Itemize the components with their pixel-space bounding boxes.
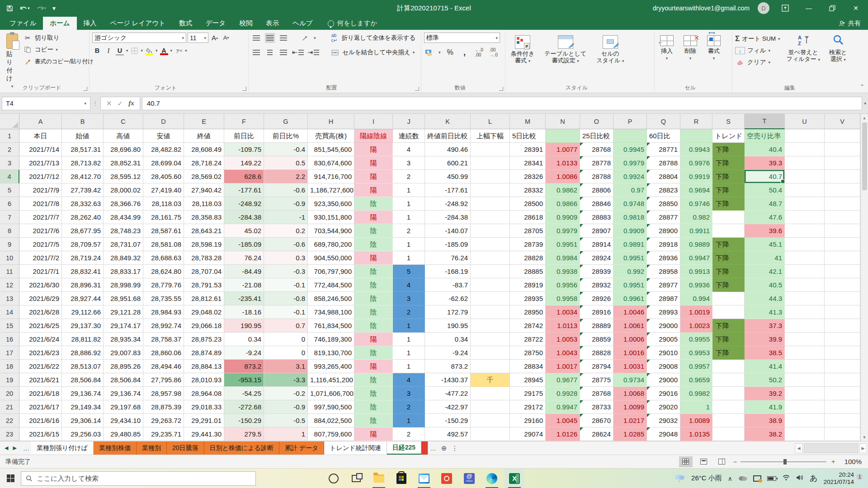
close-button[interactable]: ✕ <box>848 1 863 15</box>
align-center-icon[interactable] <box>265 47 275 57</box>
cell-S11[interactable]: 下降 <box>712 265 745 278</box>
cell-D23[interactable]: 29,235.71 <box>143 427 184 441</box>
cell-H23[interactable]: 807,759,600 <box>308 427 354 441</box>
cell-K12[interactable]: -83.7 <box>425 278 471 292</box>
cell-V10[interactable] <box>825 251 860 265</box>
cell-F2[interactable]: -109.75 <box>224 143 264 156</box>
cell-V21[interactable] <box>825 400 860 414</box>
sheet-tab-overflow-left[interactable]: … <box>21 445 31 452</box>
battery-icon[interactable] <box>767 476 776 481</box>
column-header-O[interactable]: O <box>580 114 613 129</box>
cell-D3[interactable]: 28,699.04 <box>143 156 184 170</box>
cell-V1[interactable] <box>825 129 860 143</box>
cell-R15[interactable]: 1.0023 <box>680 319 712 333</box>
cell-F20[interactable]: -54.25 <box>224 387 264 400</box>
cell-P20[interactable]: 1.0068 <box>613 387 647 400</box>
cell-L19[interactable]: 千 <box>471 373 510 387</box>
font-name-select[interactable]: 游ゴシック▾ <box>92 33 186 43</box>
cell-T14[interactable]: 41.3 <box>745 305 785 319</box>
cell-O22[interactable]: 28670 <box>580 414 613 427</box>
scroll-right-icon[interactable]: ▶ <box>859 443 867 453</box>
cell-L7[interactable] <box>471 211 510 224</box>
cell-P14[interactable]: 1.0046 <box>613 305 647 319</box>
cell-D12[interactable]: 28,779.76 <box>143 278 184 292</box>
cell-S12[interactable]: 下降 <box>712 278 745 292</box>
cell-P7[interactable]: 0.9818 <box>613 211 647 224</box>
cell-S9[interactable]: 下降 <box>712 238 745 251</box>
row-header-1[interactable]: 1 <box>0 129 19 143</box>
cell-F22[interactable]: -150.29 <box>224 414 264 427</box>
cell-A14[interactable]: 2021/6/28 <box>19 305 62 319</box>
cell-A3[interactable]: 2021/7/13 <box>19 156 62 170</box>
cell-T11[interactable]: 42.1 <box>745 265 785 278</box>
cell-C22[interactable]: 29,434.10 <box>104 414 143 427</box>
cell-O16[interactable]: 28859 <box>580 333 613 346</box>
ribbon-tab-表示[interactable]: 表示 <box>259 17 286 30</box>
cell-H20[interactable]: 1,071,606,700 <box>308 387 354 400</box>
zoom-level[interactable]: 100% <box>841 458 862 465</box>
column-header-J[interactable]: J <box>393 114 425 129</box>
cell-R18[interactable]: 0.9957 <box>680 360 712 373</box>
cell-C23[interactable]: 29,480.85 <box>104 427 143 441</box>
align-top-icon[interactable] <box>251 33 261 43</box>
cell-S2[interactable]: 下降 <box>712 143 745 156</box>
cell-J6[interactable]: 1 <box>393 197 425 211</box>
formula-input[interactable]: 40.7 <box>142 97 863 110</box>
cell-P6[interactable]: 0.9748 <box>613 197 647 211</box>
cell-K14[interactable]: 172.79 <box>425 305 471 319</box>
align-middle-icon[interactable] <box>265 33 275 43</box>
cell-I12[interactable]: 陰 <box>354 278 393 292</box>
cell-T15[interactable]: 37.3 <box>745 319 785 333</box>
cell-G21[interactable]: -0.9 <box>264 400 308 414</box>
cell-B15[interactable]: 29,137.30 <box>62 319 104 333</box>
cell-V19[interactable] <box>825 373 860 387</box>
cell-V4[interactable] <box>825 170 860 183</box>
redo-icon[interactable]: ▾ <box>36 5 47 12</box>
cell-D21[interactable]: 28,875.39 <box>143 400 184 414</box>
cell-O2[interactable]: 28768 <box>580 143 613 156</box>
cell-Q5[interactable]: 28823 <box>647 183 680 197</box>
font-color-button[interactable]: A <box>159 46 169 56</box>
name-box[interactable]: T4▾ <box>2 97 90 110</box>
sheet-nav-prev-icon[interactable]: ◀ <box>5 445 8 451</box>
cell-Q22[interactable]: 29032 <box>647 414 680 427</box>
cell-C12[interactable]: 28,998.99 <box>104 278 143 292</box>
cell-M9[interactable]: 28739 <box>510 238 546 251</box>
cell-L12[interactable] <box>471 278 510 292</box>
column-header-N[interactable]: N <box>546 114 580 129</box>
row-header-21[interactable]: 21 <box>0 400 19 414</box>
cell-E4[interactable]: 28,569.02 <box>184 170 224 183</box>
cell-J16[interactable]: 1 <box>393 333 425 346</box>
column-header-B[interactable]: B <box>62 114 104 129</box>
row-header-20[interactable]: 20 <box>0 387 19 400</box>
cell-Q17[interactable]: 29010 <box>647 346 680 360</box>
cell-P19[interactable]: 0.9734 <box>613 373 647 387</box>
cell-E19[interactable]: 28,010.93 <box>184 373 224 387</box>
cell-B4[interactable]: 28,412.70 <box>62 170 104 183</box>
cell-J9[interactable]: 1 <box>393 238 425 251</box>
cell-U2[interactable] <box>785 143 825 156</box>
cell-C10[interactable]: 28,849.32 <box>104 251 143 265</box>
cell-O18[interactable]: 28794 <box>580 360 613 373</box>
cell-G20[interactable]: -0.2 <box>264 387 308 400</box>
cell-L17[interactable] <box>471 346 510 360</box>
cell-Q4[interactable]: 28804 <box>647 170 680 183</box>
cell-L18[interactable] <box>471 360 510 373</box>
row-header-6[interactable]: 6 <box>0 197 19 211</box>
cell-G4[interactable]: 2.2 <box>264 170 308 183</box>
cell-E3[interactable]: 28,718.24 <box>184 156 224 170</box>
cell-D18[interactable]: 28,494.46 <box>143 360 184 373</box>
cell-S6[interactable]: 下降 <box>712 197 745 211</box>
cell-R23[interactable]: 1.0135 <box>680 427 712 441</box>
cell-J7[interactable]: 1 <box>393 211 425 224</box>
cell-S4[interactable]: 下降 <box>712 170 745 183</box>
cell-F16[interactable]: 0.34 <box>224 333 264 346</box>
row-header-8[interactable]: 8 <box>0 224 19 238</box>
cell-B21[interactable]: 29,149.34 <box>62 400 104 414</box>
cell-G9[interactable]: -0.6 <box>264 238 308 251</box>
clock[interactable]: 20:24 2021/07/14 <box>823 471 854 486</box>
cell-C2[interactable]: 28,696.80 <box>104 143 143 156</box>
column-header-E[interactable]: E <box>184 114 224 129</box>
column-header-M[interactable]: M <box>510 114 546 129</box>
cell-C7[interactable]: 28,434.99 <box>104 211 143 224</box>
